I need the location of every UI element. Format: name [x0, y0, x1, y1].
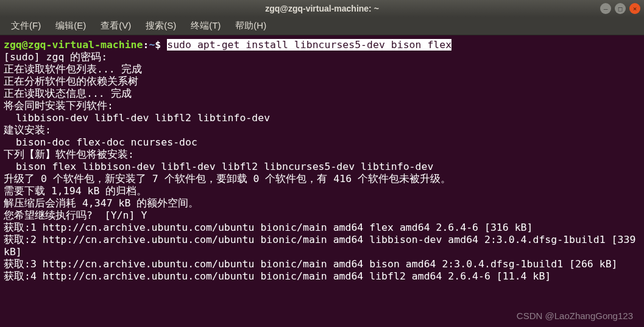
prompt-dollar: $ [155, 39, 167, 51]
output-line: bison flex libbison-dev libfl-dev libfl2… [4, 161, 433, 172]
menu-view[interactable]: 查看(V) [94, 19, 137, 33]
output-line: 您希望继续执行吗? [Y/n] Y [4, 209, 147, 221]
minimize-button[interactable]: – [600, 3, 611, 14]
output-line: 正在读取状态信息... 完成 [4, 88, 132, 99]
window-controls: – □ × [600, 3, 640, 14]
output-line: 将会同时安装下列软件: [4, 100, 113, 111]
output-line: 获取:1 http://cn.archive.ubuntu.com/ubuntu… [4, 222, 533, 233]
output-line: 升级了 0 个软件包，新安装了 7 个软件包，要卸载 0 个软件包，有 416 … [4, 173, 451, 185]
terminal-area[interactable]: zgq@zgq-virtual-machine:~$ sudo apt-get … [0, 35, 644, 327]
output-line: 建议安装: [4, 124, 51, 136]
maximize-button[interactable]: □ [615, 3, 626, 14]
command-selected: sudo apt-get install libncurses5-dev bis… [167, 39, 451, 51]
prompt-userhost: zgq@zgq-virtual-machine [4, 39, 143, 51]
menu-terminal[interactable]: 终端(T) [185, 19, 227, 33]
close-button[interactable]: × [629, 3, 640, 14]
output-line: 解压缩后会消耗 4,347 kB 的额外空间。 [4, 197, 199, 209]
output-line: libbison-dev libfl-dev libfl2 libtinfo-d… [4, 112, 270, 124]
window-titlebar: zgq@zgq-virtual-machine: ~ – □ × [0, 0, 644, 17]
output-line: 获取:3 http://cn.archive.ubuntu.com/ubuntu… [4, 258, 618, 270]
menu-search[interactable]: 搜索(S) [140, 19, 182, 33]
output-line: [sudo] zgq 的密码: [4, 51, 107, 63]
menubar: 文件(F) 编辑(E) 查看(V) 搜索(S) 终端(T) 帮助(H) [0, 17, 644, 35]
output-line: 获取:2 http://cn.archive.ubuntu.com/ubuntu… [4, 234, 642, 258]
output-line: 需要下载 1,194 kB 的归档。 [4, 185, 147, 197]
output-line: 正在读取软件包列表... 完成 [4, 63, 142, 75]
output-line: 获取:4 http://cn.archive.ubuntu.com/ubuntu… [4, 270, 551, 282]
prompt-path: ~ [149, 39, 155, 51]
menu-help[interactable]: 帮助(H) [229, 19, 272, 33]
output-line: 下列【新】软件包将被安装: [4, 149, 134, 160]
window-title: zgq@zgq-virtual-machine: ~ [5, 4, 639, 13]
output-line: bison-doc flex-doc ncurses-doc [4, 136, 197, 148]
menu-file[interactable]: 文件(F) [5, 19, 47, 33]
menu-edit[interactable]: 编辑(E) [49, 19, 92, 33]
prompt-colon: : [143, 39, 149, 51]
output-line: 正在分析软件包的依赖关系树 [4, 76, 138, 87]
